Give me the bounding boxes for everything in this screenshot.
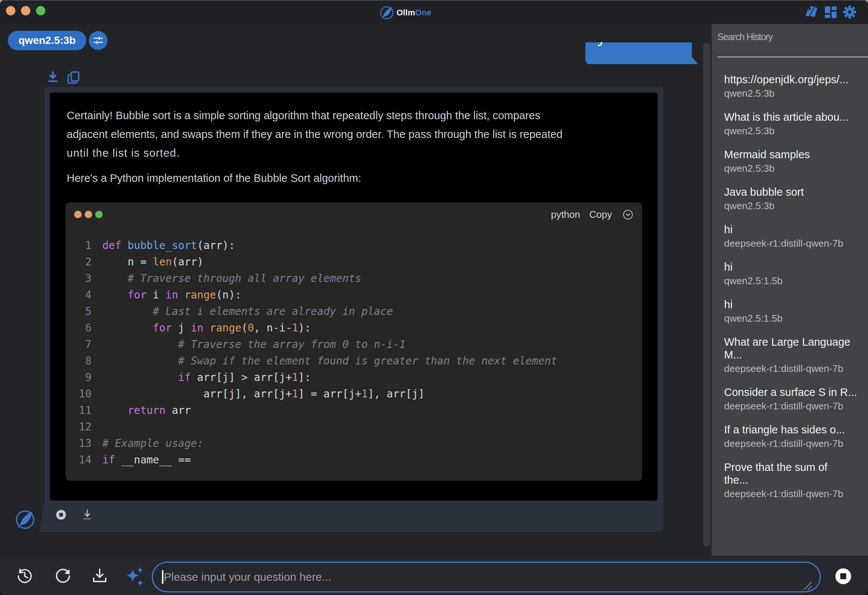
assistant-text-line: Certainly! Bubble sort is a simple sorti…: [67, 108, 540, 123]
history-item-model: qwen2.5:3b: [724, 162, 865, 175]
code-line: 5 # Last i elements are already in place: [66, 303, 642, 320]
code-line-text: if __name__ ==: [102, 452, 638, 468]
stop-generation-button[interactable]: [835, 568, 851, 584]
code-line-number: 4: [74, 287, 91, 303]
history-item-model: qwen2.5:3b: [724, 125, 865, 137]
code-line: 1 def bubble_sort(arr):: [66, 237, 642, 254]
history-item-model: qwen2.5:1.5b: [724, 275, 865, 287]
code-line: 11 return arr: [66, 402, 642, 419]
code-line-number: 11: [74, 402, 91, 419]
code-line-text: # Last i elements are already in place: [102, 303, 638, 320]
code-line-number: 9: [74, 369, 91, 386]
download-tray-icon[interactable]: [91, 567, 108, 585]
code-line-text: return arr: [102, 402, 638, 419]
history-item[interactable]: https://openjdk.org/jeps/... qwen2.5:3b: [724, 73, 865, 100]
code-line-text: n = len(arr): [102, 254, 638, 270]
assistant-avatar: [15, 510, 35, 530]
history-item[interactable]: hi qwen2.5:1.5b: [724, 298, 865, 325]
history-item[interactable]: Prove that the sum ofthe... deepseek-r1:…: [724, 461, 865, 500]
sidebar-separator: [717, 57, 868, 57]
app-window: OllmOne: [0, 0, 868, 595]
code-line-text: # Example usage:: [102, 435, 638, 452]
code-block: python Copy 1 def bubble_sort(arr): 2 n …: [66, 202, 642, 481]
assistant-text-line: until the list is sorted.: [67, 146, 180, 160]
history-item[interactable]: What are Large LanguageM... deepseek-r1:…: [724, 336, 865, 375]
history-list: https://openjdk.org/jeps/... qwen2.5:3b …: [724, 73, 865, 511]
assistant-message-bubble-tail: [39, 501, 45, 532]
stop-icon: [840, 573, 846, 579]
composer-input[interactable]: Please input your question here...: [152, 562, 821, 592]
code-line-number: 13: [74, 435, 91, 452]
text-caret: [162, 570, 163, 584]
history-item-title: What is this article abou...: [724, 111, 865, 123]
code-line-text: arr[j], arr[j+1] = arr[j+1], arr[j]: [102, 386, 638, 402]
code-line-number: 2: [74, 254, 91, 270]
code-line-text: # Traverse the array from 0 to n-i-1: [102, 336, 638, 353]
copy-icon[interactable]: [67, 71, 80, 84]
code-line-number: 10: [74, 386, 91, 402]
history-item-title: hi: [724, 298, 865, 311]
history-item[interactable]: hi qwen2.5:1.5b: [724, 261, 865, 287]
refresh-icon[interactable]: [54, 567, 72, 585]
sidebar-search-history: Search History https://openjdk.org/jeps/…: [711, 24, 868, 556]
history-item-model: deepseek-r1:distill-qwen-7b: [724, 400, 865, 412]
code-line: 12: [66, 419, 642, 435]
history-item-model: deepseek-r1:distill-qwen-7b: [724, 438, 865, 450]
code-line: 4 for i in range(n):: [66, 287, 642, 303]
sidebar-title: Search History: [717, 31, 772, 42]
app-title: OllmOne: [397, 8, 431, 18]
window-minimize-button[interactable]: [21, 6, 30, 15]
history-item[interactable]: hi deepseek-r1:distill-qwen-7b: [724, 223, 865, 250]
code-window-dot-red: [74, 211, 82, 218]
code-line: 14 if __name__ ==: [66, 452, 642, 468]
model-settings-button[interactable]: [89, 31, 108, 50]
app-title-white: Ollm: [397, 8, 415, 17]
history-item-model: deepseek-r1:distill-qwen-7b: [724, 363, 865, 375]
window-zoom-button[interactable]: [36, 6, 45, 15]
history-item[interactable]: What is this article abou... qwen2.5:3b: [724, 111, 865, 137]
code-line-text: # Swap if the element found is greater t…: [102, 353, 638, 369]
history-item-title: Consider a surface S in R...: [724, 386, 865, 399]
code-line-number: 14: [74, 452, 91, 468]
code-line-text: def bubble_sort(arr):: [102, 237, 638, 254]
history-item[interactable]: Java bubble sort qwen2.5:3b: [724, 186, 865, 212]
code-line: 2 n = len(arr): [66, 254, 642, 270]
stop-circle-icon[interactable]: [56, 510, 66, 520]
code-line: 10 arr[j], arr[j+1] = arr[j+1], arr[j]: [66, 386, 642, 402]
code-line-text: for i in range(n):: [102, 287, 638, 303]
history-item[interactable]: If a triangle has sides o... deepseek-r1…: [724, 423, 865, 450]
gear-icon[interactable]: [843, 5, 857, 19]
history-item[interactable]: Consider a surface S in R... deepseek-r1…: [724, 386, 865, 412]
code-line: 9 if arr[j] > arr[j+1]:: [66, 369, 642, 386]
download-icon[interactable]: [48, 71, 58, 83]
code-line-number: 12: [74, 419, 91, 435]
model-selector-pill[interactable]: qwen2.5:3b: [8, 31, 86, 50]
history-item-model: qwen2.5:3b: [724, 200, 865, 212]
code-line-number: 5: [74, 303, 91, 320]
code-line-number: 3: [74, 270, 91, 287]
sparkles-icon[interactable]: [124, 565, 145, 588]
dashboard-icon[interactable]: [825, 6, 837, 18]
resize-handle[interactable]: [802, 581, 812, 591]
composer-placeholder: Please input your question here...: [164, 563, 331, 591]
tune-icon: [93, 35, 103, 46]
history-item-title: hi: [724, 223, 865, 236]
code-language-label: python: [551, 208, 580, 220]
chat-scrollbar-thumb[interactable]: [703, 43, 710, 546]
history-item-model: qwen2.5:3b: [724, 87, 865, 100]
chevron-down-circle-icon[interactable]: [623, 210, 633, 220]
window-close-button[interactable]: [6, 6, 15, 15]
code-line: 3 # Traverse through all array elements: [66, 270, 642, 287]
download-underline-icon[interactable]: [82, 509, 93, 521]
history-item-model: deepseek-r1:distill-qwen-7b: [724, 237, 865, 250]
swatchbook-icon[interactable]: [804, 5, 819, 19]
code-line-number: 7: [74, 336, 91, 353]
user-message-bubble-tail: [691, 56, 698, 64]
history-item-title: Mermaid samples: [724, 148, 865, 161]
code-line-number: 6: [74, 320, 91, 336]
history-item-model: qwen2.5:1.5b: [724, 312, 865, 325]
code-copy-button[interactable]: Copy: [589, 208, 612, 220]
history-icon[interactable]: [16, 567, 33, 585]
code-line-text: # Traverse through all array elements: [102, 270, 638, 287]
history-item[interactable]: Mermaid samples qwen2.5:3b: [724, 148, 865, 175]
